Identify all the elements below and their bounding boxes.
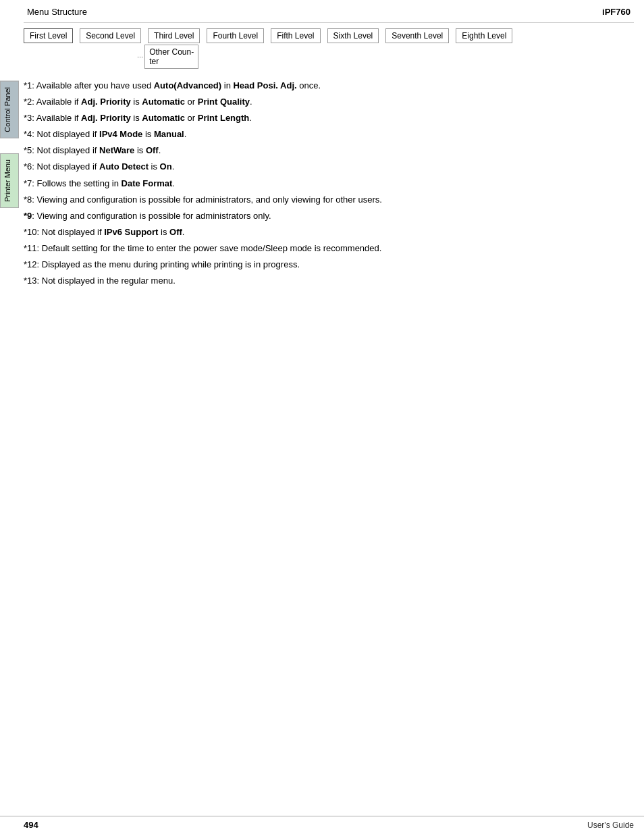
note-9: *9: Viewing and configuration is possibl… (24, 209, 634, 224)
page-container: Control Panel Printer Menu Menu Structur… (0, 0, 644, 834)
footer: User's Guide (0, 816, 644, 834)
level-box-seventh: Seventh Level (385, 28, 449, 43)
level-headers: First Level Second Level Third Level Fou… (24, 28, 634, 43)
note-1: *1: Available after you have used Auto(A… (24, 78, 634, 93)
level-box-eighth: Eighth Level (456, 28, 512, 43)
sidebar-left: Control Panel Printer Menu (0, 0, 19, 834)
header-right-text: iPF760 (602, 7, 630, 17)
note-7: *7: Follows the setting in Date Format. (24, 176, 634, 191)
level-box-sixth: Sixth Level (327, 28, 379, 43)
note-5: *5: Not displayed if NetWare is Off. (24, 143, 634, 158)
main-content: Menu Structure iPF760 First Level Second… (24, 0, 634, 288)
other-counter-box: Other Coun-ter (144, 45, 198, 69)
level-box-fifth: Fifth Level (271, 28, 320, 43)
level-box-second: Second Level (80, 28, 141, 43)
note-3: *3: Available if Adj. Priority is Automa… (24, 111, 634, 126)
note-11: *11: Default setting for the time to ent… (24, 241, 634, 256)
note-13: *13: Not displayed in the regular menu. (24, 273, 634, 288)
header-row: Menu Structure iPF760 (24, 7, 634, 17)
level-box-first: First Level (24, 28, 73, 43)
header-left-text: Menu Structure (27, 7, 87, 17)
sidebar-tab-control-panel[interactable]: Control Panel (0, 81, 19, 138)
note-4: *4: Not displayed if IPv4 Mode is Manual… (24, 127, 634, 142)
footer-text: User's Guide (587, 820, 634, 830)
other-counter-area: ··· Other Coun-ter (137, 45, 634, 69)
menu-levels-container: First Level Second Level Third Level Fou… (24, 28, 634, 69)
header-divider (24, 22, 634, 23)
connector-dots: ··· (137, 53, 143, 61)
sidebar-tab-printer-menu[interactable]: Printer Menu (0, 153, 19, 208)
level-box-fourth: Fourth Level (207, 28, 264, 43)
note-10: *10: Not displayed if IPv6 Support is Of… (24, 225, 634, 240)
note-8: *8: Viewing and configuration is possibl… (24, 192, 634, 207)
other-counter-label: Other Coun-ter (149, 47, 194, 66)
note-2: *2: Available if Adj. Priority is Automa… (24, 95, 634, 109)
note-6: *6: Not displayed if Auto Detect is On. (24, 159, 634, 174)
level-box-third: Third Level (148, 28, 200, 43)
notes-section: *1: Available after you have used Auto(A… (24, 78, 634, 288)
note-12: *12: Displayed as the menu during printi… (24, 257, 634, 272)
